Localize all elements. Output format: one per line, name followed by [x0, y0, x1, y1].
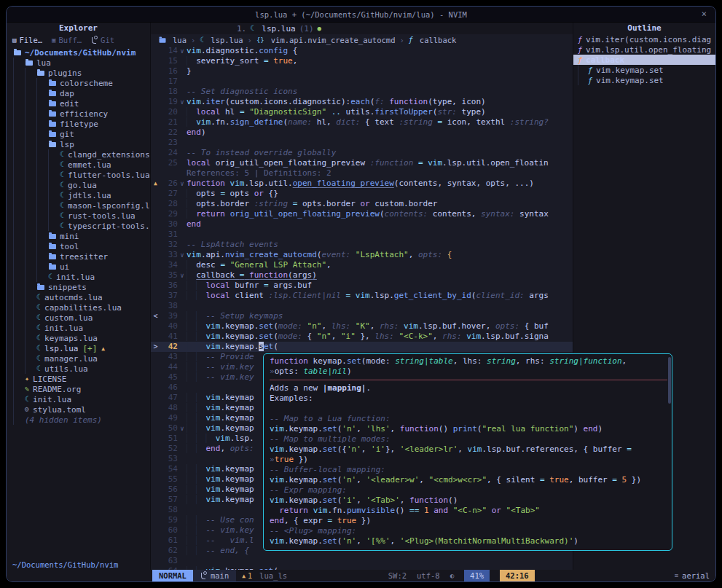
tree-item[interactable]: ☾custom.lua [7, 313, 150, 323]
outline-item[interactable]: ƒcallback [573, 55, 715, 65]
tree-item[interactable]: ☾typescript-tools. [7, 221, 150, 231]
gutter-sign [151, 352, 160, 362]
tree-item[interactable]: ☾lsp.lua[+]▲ [7, 343, 150, 353]
code-line[interactable]: 30end [151, 219, 573, 230]
code-line[interactable]: 24-- To instead override globally [151, 148, 573, 158]
tree-item[interactable]: dap [7, 88, 150, 98]
fold-marker[interactable]: ∨ [178, 97, 187, 107]
tree-item[interactable]: ☾mason-lspconfig.l [7, 200, 150, 211]
outline-item[interactable]: ƒvim.lsp.util.open_floating [573, 44, 715, 55]
tree-item[interactable]: colorscheme [7, 78, 150, 88]
tree-item[interactable]: ☾utils.lua [7, 364, 150, 374]
key-icon: ✦ [25, 375, 29, 383]
tree-item[interactable]: ☾init.lua [7, 323, 150, 333]
doc-token: , [419, 475, 428, 485]
code-line[interactable]: 32-- LspAttach events [151, 240, 573, 250]
code-line[interactable]: 27▏ opts = opts or {} [151, 189, 573, 199]
explorer-tab-git[interactable]: Git [91, 36, 114, 44]
code-line[interactable]: 19∨vim.iter(custom.icons.diagnostic):eac… [151, 97, 573, 107]
close-icon[interactable]: × [702, 9, 707, 19]
tree-item[interactable]: git [7, 129, 150, 139]
tree-item[interactable]: snippets [7, 282, 150, 292]
code-line[interactable]: 28▏ opts.border :string = opts.border or… [151, 199, 573, 209]
fold-marker[interactable]: ∨ [178, 46, 187, 56]
breadcrumb-label: lua [173, 36, 187, 44]
code-line[interactable]: >42▏ ▏ vim.keymap.set( [151, 342, 573, 352]
tree-item[interactable]: plugins [7, 68, 150, 78]
code-text: ▏ ▏ vim.keymap.set(mode: "n", lhs: "K", … [187, 321, 573, 332]
doc-token: "<Tab>" [506, 506, 540, 515]
virtual-text-line[interactable]: References: 5 | Definitions: 2 [151, 168, 573, 179]
breadcrumb-item[interactable]: lua [158, 36, 187, 44]
window-title: lsp.lua + (~/Documents/GitHub/nvim/lua) … [255, 10, 467, 19]
fold-marker[interactable]: ∨ [178, 179, 187, 189]
code-line[interactable]: 33∨vim.api.nvim_create_autocmd(event: "L… [151, 250, 573, 260]
code-line[interactable]: 22end) [151, 128, 573, 138]
tree-item[interactable]: lsp [7, 139, 150, 149]
explorer-tab-buff[interactable]: ▣Buff… [52, 36, 82, 44]
tree-item[interactable]: ☾capabilities.lua [7, 302, 150, 313]
tree-item[interactable]: ☾autocmds.lua [7, 292, 150, 302]
tree-item[interactable]: ☾init.lua [7, 394, 150, 404]
explorer-tab-file[interactable]: ▤File… [12, 36, 42, 44]
code-line[interactable]: 35∨▏ callback = function(args) [151, 270, 573, 281]
code-line[interactable]: 23 [151, 138, 573, 148]
code-line[interactable]: 37▏ ▏ local client :lsp.Client|nil = vim… [151, 291, 573, 301]
code-line[interactable]: 34▏ desc = "General LSP Attach", [151, 260, 573, 270]
tree-item[interactable]: ☾init.lua [7, 272, 150, 282]
popup-scrollbar[interactable] [668, 357, 671, 404]
code-line[interactable]: ▲26∨function vim.lsp.util.open_floating_… [151, 179, 573, 189]
tree-item[interactable]: ⚙stylua.toml [7, 404, 150, 415]
tree-item[interactable]: ☾emmet.lua [7, 160, 150, 170]
code-line[interactable]: 41▏ ▏ vim.keymap.set(mode: { "n", "i" },… [151, 332, 573, 342]
indent-guide [13, 394, 25, 404]
code-line[interactable]: 14∨vim.diagnostic.config { [151, 46, 573, 56]
tree-item[interactable]: lua [7, 58, 150, 68]
code-line[interactable]: 16} [151, 66, 573, 77]
code-token: f: [374, 97, 389, 106]
code-line[interactable]: 17 [151, 77, 573, 87]
tree-item[interactable]: ☾manager.lua [7, 353, 150, 364]
fold-marker[interactable]: ∨ [178, 270, 187, 281]
code-line[interactable]: 18-- Set diagnostic icons [151, 87, 573, 97]
code-line[interactable]: 38 [151, 301, 573, 311]
tree-item[interactable]: (4 hidden items) [7, 415, 150, 425]
fold-marker[interactable]: ∨ [178, 423, 187, 434]
tree-item[interactable]: ☾go.lua [7, 180, 150, 190]
code-line[interactable]: 29▏ return orig_util_open_floating_previ… [151, 209, 573, 219]
folder-icon [160, 38, 166, 42]
code-line[interactable]: 63 [151, 556, 573, 566]
code-line[interactable]: 36▏ ▏ local bufnr = args.buf [151, 281, 573, 291]
tree-item[interactable]: ☾jdtls.lua [7, 190, 150, 200]
tree-item[interactable]: ✎README.org [7, 384, 150, 394]
tree-item[interactable]: tool [7, 241, 150, 251]
tree-item[interactable]: ☾rust-tools.lua [7, 211, 150, 221]
code-line[interactable]: 20▏ local hl = "DiagnosticSign" .. utils… [151, 107, 573, 117]
code-line[interactable]: 40▏ ▏ vim.keymap.set(mode: "n", lhs: "K"… [151, 321, 573, 332]
tree-item[interactable]: ~/Documents/GitHub/nvim [7, 47, 150, 58]
tree-item[interactable]: mini [7, 231, 150, 241]
breadcrumb-item[interactable]: ☾lsp.lua [200, 36, 243, 44]
tree-item[interactable]: efficiency [7, 109, 150, 119]
code-line[interactable]: 15▏ severity_sort = true, [151, 56, 573, 66]
code-line[interactable]: 21▏ vim.fn.sign_define(name: hl, dict: {… [151, 117, 573, 128]
tree-item[interactable]: ✦LICENSE [7, 374, 150, 384]
tree-item[interactable]: ui [7, 262, 150, 272]
tree-item[interactable]: ☾keymaps.lua [7, 333, 150, 343]
code-line[interactable]: 31 [151, 230, 573, 240]
code-line[interactable]: <39▏ ▏ -- Setup keymaps [151, 311, 573, 321]
doc-token: vim [270, 475, 284, 485]
outline-item[interactable]: ƒvim.keymap.set [573, 75, 715, 85]
tree-item[interactable]: ☾clangd_extensions [7, 149, 150, 160]
tree-item[interactable]: edit [7, 98, 150, 109]
breadcrumb-item[interactable]: {}vim.api.nvim_create_autocmd [256, 36, 396, 44]
tree-item[interactable]: filetype [7, 119, 150, 129]
breadcrumb-item[interactable]: ƒcallback [409, 36, 457, 44]
tree-item[interactable]: ☾flutter-tools.lua [7, 170, 150, 180]
fold-marker[interactable]: ∨ [178, 250, 187, 260]
outline-item[interactable]: ƒvim.iter(custom.icons.diag [573, 34, 715, 44]
code-line[interactable]: 25local orig_util_open_floating_preview … [151, 158, 573, 168]
buffer-tab[interactable]: 1. ☾ lsp.lua (1) ● [237, 24, 321, 34]
outline-item[interactable]: ƒvim.keymap.set [573, 65, 715, 75]
tree-item[interactable]: treesitter [7, 251, 150, 262]
